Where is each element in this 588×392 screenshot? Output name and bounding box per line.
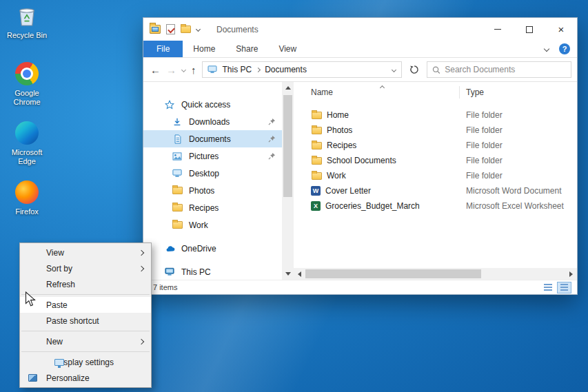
file-name: Recipes [327,141,356,150]
desktop-icon-label: Google Chrome [3,89,50,107]
context-menu-item-paste-shortcut[interactable]: Paste shortcut [20,313,151,329]
scroll-down-button[interactable] [282,268,294,280]
file-row-school-documents[interactable]: School Documents File folder [294,153,577,168]
desktop-icon-microsoft-edge[interactable]: Microsoft Edge [3,121,50,166]
file-row-groceries-budget[interactable]: X Groceries_Budget_March Microsoft Excel… [294,198,577,214]
navigation-pane: Quick access Downloads Documents [143,82,282,280]
tab-share[interactable]: Share [225,41,268,57]
folder-icon [311,155,322,166]
desktop-background[interactable]: Recycle Bin Google Chrome Microsoft Edge… [0,0,588,392]
sidebar-item-photos[interactable]: Photos [143,182,282,199]
menu-item-label: Personalize [46,373,90,383]
file-name: Groceries_Budget_March [325,201,420,211]
column-header-name[interactable]: Name [311,82,333,103]
sidebar-item-quick-access[interactable]: Quick access [143,96,282,113]
pictures-icon [172,151,183,162]
tab-view[interactable]: View [268,41,307,57]
sidebar-item-label: Desktop [189,169,219,178]
sidebar-item-label: Photos [189,186,214,196]
context-menu-item-display-settings[interactable]: Display settings [20,354,151,370]
titlebar[interactable]: Documents × [143,18,577,41]
large-icons-view-button[interactable] [557,282,571,293]
menu-separator [21,331,150,331]
qat-customize-chevron-icon[interactable] [196,27,201,32]
desktop-icon-label: Microsoft Edge [3,148,50,166]
maximize-button[interactable] [514,18,545,41]
status-bar: 7 items [143,280,577,294]
file-name: Work [327,171,346,180]
context-menu-item-new[interactable]: New [20,333,151,349]
refresh-button[interactable] [407,63,421,76]
desktop-icon-label: Firefox [15,207,39,216]
context-menu-item-personalize[interactable]: Personalize [20,370,151,386]
chrome-icon [15,62,39,85]
file-row-recipes[interactable]: Recipes File folder [294,138,577,153]
this-pc-monitor-icon [164,267,175,278]
search-input[interactable] [445,65,566,74]
address-bar[interactable]: This PC Documents [202,61,402,78]
edge-icon [15,121,39,145]
column-divider[interactable] [459,86,460,99]
submenu-arrow-icon [139,265,144,271]
desktop-icon-google-chrome[interactable]: Google Chrome [3,62,50,107]
address-dropdown-chevron-icon[interactable] [391,67,396,72]
window-controls: × [482,18,577,41]
sidebar-item-work[interactable]: Work [143,216,282,234]
context-menu-item-sort-by[interactable]: Sort by [20,260,151,276]
navigation-bar: ← → ↑ This PC Documents [143,58,577,82]
file-row-work[interactable]: Work File folder [294,168,577,183]
tab-home[interactable]: Home [183,41,225,57]
forward-button[interactable]: → [166,65,176,75]
scroll-up-button[interactable] [282,82,294,94]
help-button[interactable]: ? [559,43,570,54]
address-location-icon [207,64,218,75]
file-row-photos[interactable]: Photos File folder [294,123,577,138]
breadcrumb-folder[interactable]: Documents [265,65,307,74]
horizontal-scrollbar[interactable] [294,268,577,280]
qat-properties-icon[interactable] [166,24,175,34]
breadcrumb-chevron-icon [256,67,261,72]
vertical-scrollbar-thumb[interactable] [283,95,292,197]
sidebar-item-downloads[interactable]: Downloads [143,113,282,130]
qat-new-folder-icon[interactable] [181,25,191,33]
scroll-left-button[interactable] [294,268,305,280]
column-header-type[interactable]: Type [466,82,484,103]
context-menu-item-paste[interactable]: Paste [20,297,151,313]
horizontal-scrollbar-thumb[interactable] [305,269,481,278]
menu-item-label: View [46,248,64,258]
file-row-cover-letter[interactable]: W Cover Letter Microsoft Word Document [294,183,577,198]
sidebar-item-label: Work [189,220,208,230]
file-row-home[interactable]: Home File folder [294,107,577,123]
onedrive-cloud-icon [164,243,175,254]
sidebar-item-desktop[interactable]: Desktop [143,165,282,182]
close-button[interactable]: × [545,18,577,41]
context-menu-item-refresh[interactable]: Refresh [20,276,151,292]
tab-file[interactable]: File [143,41,183,57]
vertical-scrollbar[interactable] [282,82,294,280]
personalize-icon [28,374,37,382]
breadcrumb-location[interactable]: This PC [223,65,252,74]
sidebar-item-onedrive[interactable]: OneDrive [143,240,282,257]
file-type: File folder [466,125,503,135]
desktop-icon-firefox[interactable]: Firefox [3,180,50,216]
sidebar-item-recipes[interactable]: Recipes [143,199,282,216]
folder-icon [172,185,183,196]
collapse-ribbon-chevron-icon[interactable] [544,46,549,52]
context-menu-item-view[interactable]: View [20,245,151,260]
word-glyph: W [313,187,319,194]
close-icon: × [558,23,565,35]
back-button[interactable]: ← [150,65,161,75]
recent-locations-chevron-icon[interactable] [181,67,186,72]
desktop-context-menu: View Sort by Refresh Paste Paste shortcu… [19,243,152,388]
quick-access-star-icon [164,99,175,110]
sidebar-item-label: Pictures [189,152,219,161]
minimize-button[interactable] [482,18,514,41]
sidebar-item-pictures[interactable]: Pictures [143,147,282,165]
sidebar-item-documents[interactable]: Documents [143,130,282,147]
menu-item-label: Paste [46,300,68,310]
sidebar-item-this-pc[interactable]: This PC [143,263,282,280]
details-view-button[interactable] [540,282,555,293]
up-button[interactable]: ↑ [191,65,196,75]
desktop-icon-recycle-bin[interactable]: Recycle Bin [3,4,50,40]
scroll-right-button[interactable] [565,268,577,280]
